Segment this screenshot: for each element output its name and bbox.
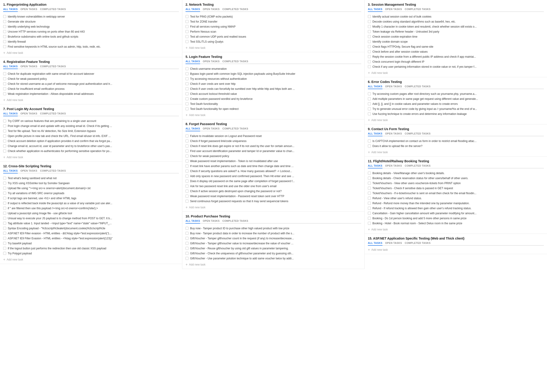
- task-checkbox[interactable]: [185, 144, 189, 147]
- add-task-forget-password[interactable]: +Add new task: [185, 206, 361, 209]
- task-checkbox[interactable]: [368, 60, 371, 63]
- task-checkbox[interactable]: [185, 195, 189, 198]
- task-checkbox[interactable]: [368, 107, 371, 110]
- task-checkbox[interactable]: [185, 150, 189, 152]
- task-checkbox[interactable]: [3, 130, 6, 132]
- task-checkbox[interactable]: [3, 77, 6, 80]
- task-checkbox[interactable]: [185, 200, 189, 203]
- task-checkbox[interactable]: [368, 217, 371, 220]
- tab-network-1[interactable]: OPEN TASKS: [203, 8, 220, 12]
- task-checkbox[interactable]: [368, 40, 371, 43]
- task-checkbox[interactable]: [185, 190, 189, 193]
- task-checkbox[interactable]: [185, 155, 189, 158]
- task-checkbox[interactable]: [185, 252, 189, 255]
- tab-booking-2[interactable]: COMPLETED TASKS: [405, 164, 431, 168]
- tab-post-login-1[interactable]: OPEN TASKS: [21, 112, 37, 116]
- tab-product-purchase-2[interactable]: COMPLETED TASKS: [222, 220, 248, 224]
- tab-contact-form-1[interactable]: OPEN TASKS: [385, 132, 402, 136]
- task-checkbox[interactable]: [3, 187, 6, 190]
- tab-post-login-0[interactable]: ALL TASKS: [3, 112, 18, 116]
- task-checkbox[interactable]: [185, 185, 189, 188]
- task-checkbox[interactable]: [185, 179, 189, 183]
- add-task-post-login[interactable]: +Add new task: [3, 155, 179, 159]
- task-checkbox[interactable]: [3, 227, 6, 230]
- task-checkbox[interactable]: [3, 15, 6, 18]
- task-checkbox[interactable]: [3, 150, 6, 152]
- add-task-product-purchase[interactable]: +Add new task: [185, 263, 361, 266]
- task-checkbox[interactable]: [185, 87, 189, 90]
- task-checkbox[interactable]: [368, 97, 371, 100]
- task-checkbox[interactable]: [185, 257, 189, 260]
- task-checkbox[interactable]: [185, 175, 189, 178]
- tab-xss-2[interactable]: COMPLETED TASKS: [40, 169, 66, 173]
- add-task-contact-form[interactable]: +Add new task: [368, 151, 544, 154]
- task-checkbox[interactable]: [185, 82, 189, 85]
- tab-session-2[interactable]: COMPLETED TASKS: [405, 8, 431, 12]
- tab-error-codes-2[interactable]: COMPLETED TASKS: [405, 85, 431, 89]
- task-checkbox[interactable]: [3, 119, 6, 122]
- task-checkbox[interactable]: [185, 30, 189, 33]
- tab-xss-0[interactable]: ALL TASKS: [3, 169, 18, 173]
- task-checkbox[interactable]: [3, 197, 6, 200]
- tab-registration-1[interactable]: OPEN TASKS: [21, 65, 37, 69]
- task-checkbox[interactable]: [185, 92, 189, 95]
- task-checkbox[interactable]: [185, 77, 189, 80]
- task-checkbox[interactable]: [3, 30, 6, 33]
- tab-login-1[interactable]: OPEN TASKS: [203, 60, 220, 64]
- task-checkbox[interactable]: [368, 50, 371, 53]
- task-checkbox[interactable]: [3, 182, 6, 185]
- task-checkbox[interactable]: [368, 197, 371, 200]
- task-checkbox[interactable]: [368, 144, 371, 147]
- tab-aspnet-2[interactable]: COMPLETED TASKS: [405, 241, 431, 246]
- task-checkbox[interactable]: [3, 232, 6, 235]
- task-checkbox[interactable]: [3, 139, 6, 142]
- tab-session-1[interactable]: OPEN TASKS: [385, 8, 402, 12]
- tab-booking-0[interactable]: ALL TASKS: [368, 164, 383, 168]
- task-checkbox[interactable]: [3, 192, 6, 195]
- task-checkbox[interactable]: [185, 159, 189, 163]
- task-checkbox[interactable]: [3, 237, 6, 240]
- task-checkbox[interactable]: [3, 72, 6, 75]
- task-checkbox[interactable]: [185, 247, 189, 250]
- task-checkbox[interactable]: [3, 82, 6, 85]
- tab-forget-password-0[interactable]: ALL TASKS: [185, 127, 200, 131]
- add-task-login[interactable]: +Add new task: [185, 113, 361, 117]
- task-checkbox[interactable]: [3, 124, 6, 127]
- task-checkbox[interactable]: [3, 40, 6, 43]
- task-checkbox[interactable]: [185, 165, 189, 167]
- task-checkbox[interactable]: [185, 15, 189, 18]
- task-checkbox[interactable]: [185, 232, 189, 235]
- task-checkbox[interactable]: [3, 144, 6, 147]
- tab-xss-1[interactable]: OPEN TASKS: [21, 169, 37, 173]
- tab-network-0[interactable]: ALL TASKS: [185, 8, 200, 12]
- task-checkbox[interactable]: [368, 30, 371, 33]
- tab-fingerprinting-0[interactable]: ALL TASKS: [3, 8, 18, 12]
- tab-session-0[interactable]: ALL TASKS: [368, 8, 383, 12]
- task-checkbox[interactable]: [368, 172, 371, 175]
- task-checkbox[interactable]: [368, 45, 371, 48]
- task-checkbox[interactable]: [185, 97, 189, 100]
- tab-post-login-2[interactable]: COMPLETED TASKS: [40, 112, 66, 116]
- task-checkbox[interactable]: [3, 202, 6, 205]
- task-checkbox[interactable]: [368, 212, 371, 215]
- task-checkbox[interactable]: [368, 177, 371, 179]
- task-checkbox[interactable]: [185, 134, 189, 138]
- tab-contact-form-0[interactable]: ALL TASKS: [368, 132, 383, 136]
- task-checkbox[interactable]: [185, 107, 189, 110]
- tab-network-2[interactable]: COMPLETED TASKS: [222, 8, 248, 12]
- task-checkbox[interactable]: [368, 55, 371, 58]
- tab-error-codes-1[interactable]: OPEN TASKS: [385, 85, 402, 89]
- task-checkbox[interactable]: [3, 242, 6, 245]
- task-checkbox[interactable]: [368, 102, 371, 105]
- task-checkbox[interactable]: [3, 25, 6, 28]
- tab-forget-password-2[interactable]: COMPLETED TASKS: [222, 127, 248, 131]
- add-task-aspnet[interactable]: +Add new task: [368, 248, 544, 252]
- task-checkbox[interactable]: [368, 92, 371, 95]
- task-checkbox[interactable]: [3, 222, 6, 225]
- tab-forget-password-1[interactable]: OPEN TASKS: [203, 127, 220, 131]
- task-checkbox[interactable]: [3, 35, 6, 38]
- task-checkbox[interactable]: [368, 20, 371, 23]
- tab-contact-form-2[interactable]: COMPLETED TASKS: [405, 132, 431, 136]
- task-checkbox[interactable]: [368, 202, 371, 205]
- tab-product-purchase-1[interactable]: OPEN TASKS: [203, 220, 220, 224]
